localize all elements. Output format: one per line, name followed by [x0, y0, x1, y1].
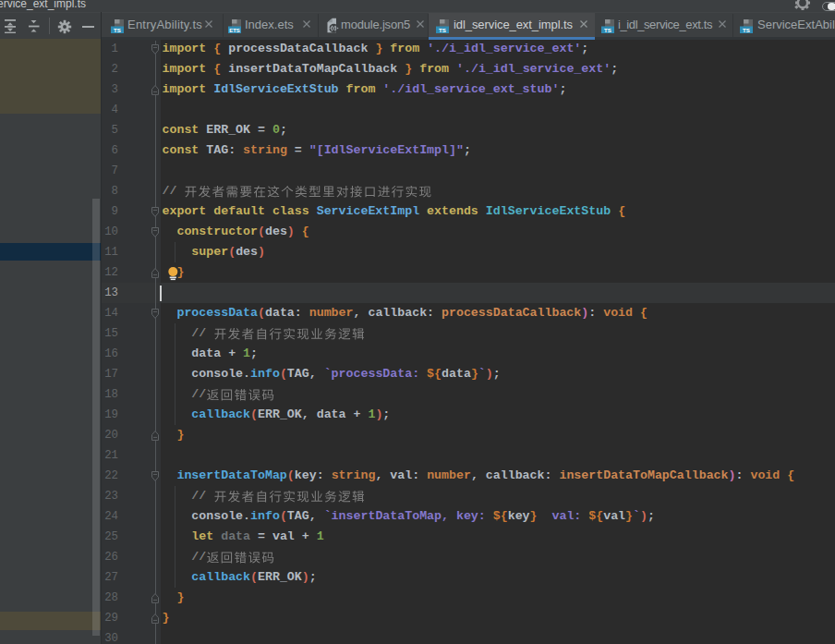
svg-text:TS: TS	[114, 27, 121, 33]
svg-text:ETS: ETS	[229, 28, 240, 33]
svg-text:TS: TS	[604, 27, 611, 33]
svg-text:TS: TS	[743, 27, 750, 33]
svg-text:TS: TS	[439, 27, 446, 33]
